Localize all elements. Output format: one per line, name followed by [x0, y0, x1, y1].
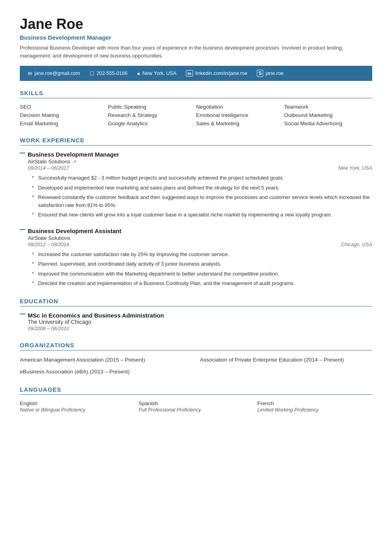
candidate-title: Business Development Manager: [20, 34, 372, 41]
bullet-item: Planned, supervised, and coordinated dai…: [32, 260, 372, 268]
work-experience-title: WORK EXPERIENCE: [20, 137, 372, 145]
language-item-2: Spanish Full Professional Proficiency: [139, 400, 254, 413]
languages-section-title: LANGUAGES: [20, 386, 372, 395]
contact-location: ● New York, USA: [137, 71, 176, 77]
skill-item: Public Speaking: [108, 104, 196, 110]
job-title-2: Business Development Assistant: [28, 228, 372, 234]
edu-school-1: The University of Chicago: [28, 319, 372, 325]
bullet-item: Reviewed constantly the customer feedbac…: [32, 193, 372, 209]
location-value: New York, USA: [143, 71, 176, 76]
language-item-3: French Limited Working Proficiency: [257, 400, 372, 413]
bullet-item: Developed and implemented new marketing …: [32, 184, 372, 192]
company-name-2: AirState Solutions: [28, 235, 70, 241]
linkedin-icon: in: [186, 70, 193, 77]
company-link-icon-1[interactable]: ↗: [73, 159, 76, 165]
language-level-3: Limited Working Proficiency: [257, 407, 372, 413]
date-location-1: 09/2014 – 06/2017 New York, USA: [28, 165, 372, 171]
languages-section: LANGUAGES English Native or Bilingual Pr…: [20, 386, 372, 413]
skype-icon: S: [257, 70, 263, 77]
language-level-1: Native or Bilingual Proficiency: [20, 407, 135, 413]
skill-item: Teamwork: [284, 104, 372, 110]
job-location-2: Chicago, USA: [341, 242, 372, 247]
work-experience-section: WORK EXPERIENCE Business Development Man…: [20, 137, 372, 287]
education-item-1: MSc in Economics and Business Administra…: [20, 312, 372, 331]
candidate-name: Jane Roe: [20, 16, 372, 33]
email-icon: ✉: [28, 71, 32, 77]
skill-item: Negotiation: [196, 104, 284, 110]
date-location-2: 08/2012 – 09/2014 Chicago, USA: [28, 242, 372, 247]
company-line-1: AirState Solutions ↗: [28, 159, 372, 165]
bullet-item: Ensured that new clients will grow into …: [32, 211, 372, 219]
job-dates-2: 08/2012 – 09/2014: [28, 242, 69, 247]
edu-degree-1: MSc in Economics and Business Administra…: [28, 312, 372, 319]
organizations-section-title: ORGANIZATIONS: [20, 342, 372, 350]
contact-skype: S jane.roe: [257, 70, 283, 77]
skills-grid: SEO Public Speaking Negotiation Teamwork…: [20, 104, 372, 126]
contact-bar: ✉ jane.roe@gmail.com ☐ 202-555-0166 ● Ne…: [20, 66, 372, 81]
skill-item: Sales & Marketing: [196, 121, 284, 126]
skill-item: Research & Strategy: [108, 112, 196, 118]
contact-phone: ☐ 202-555-0166: [90, 71, 128, 77]
language-name-3: French: [257, 400, 372, 406]
company-line-2: AirState Solutions: [28, 235, 372, 241]
languages-grid: English Native or Bilingual Proficiency …: [20, 400, 372, 413]
phone-value: 202-555-0166: [97, 71, 128, 76]
bullet-item: Increased the customer satisfaction rate…: [32, 251, 372, 258]
education-section-title: EDUCATION: [20, 298, 372, 306]
job-bullets-2: Increased the customer satisfaction rate…: [28, 251, 372, 287]
contact-email: ✉ jane.roe@gmail.com: [28, 71, 80, 77]
org-item-2: Association of Private Enterprise Educat…: [200, 356, 373, 364]
org-item-3: eBusiness Association (eBA) (2013 – Pres…: [20, 368, 192, 376]
skills-section-title: SKILLS: [20, 90, 372, 98]
company-name-1: AirState Solutions: [28, 159, 70, 165]
edu-dates-1: 09/2008 – 06/2010: [28, 326, 372, 331]
bullet-item: Improved the communication with the Mark…: [32, 270, 372, 278]
job-bullets-1: Successfully managed $2 - 3 million budg…: [28, 174, 372, 219]
skill-item: Email Marketing: [20, 121, 108, 126]
bullet-item: Directed the creation and implementation…: [32, 279, 372, 287]
organizations-section: ORGANIZATIONS American Management Associ…: [20, 342, 372, 376]
job-item-1: Business Development Manager AirState So…: [20, 151, 372, 219]
skills-section: SKILLS SEO Public Speaking Negotiation T…: [20, 90, 372, 126]
organizations-grid: American Management Association (2015 – …: [20, 356, 372, 376]
skill-item: SEO: [20, 104, 108, 110]
language-name-1: English: [20, 400, 135, 406]
phone-icon: ☐: [90, 71, 94, 77]
language-name-2: Spanish: [139, 400, 254, 406]
linkedin-value: linkedin.com/in/jane.roe: [195, 71, 247, 76]
location-icon: ●: [137, 71, 140, 77]
skill-item: Emotional Intelligence: [196, 112, 284, 118]
org-item-1: American Management Association (2015 – …: [20, 356, 192, 364]
contact-linkedin: in linkedin.com/in/jane.roe: [186, 70, 247, 77]
candidate-summary: Professional Business Developer with mor…: [20, 44, 372, 59]
skype-value: jane.roe: [266, 71, 283, 76]
education-section: EDUCATION MSc in Economics and Business …: [20, 298, 372, 331]
job-title-1: Business Development Manager: [28, 151, 372, 158]
language-item-1: English Native or Bilingual Proficiency: [20, 400, 135, 413]
job-dates-1: 09/2014 – 06/2017: [28, 165, 69, 171]
skill-item: Social Media Advertising: [284, 121, 372, 126]
job-location-1: New York, USA: [338, 165, 372, 171]
skill-item: Decision Making: [20, 112, 108, 118]
job-item-2: Business Development Assistant AirState …: [20, 228, 372, 287]
bullet-item: Successfully managed $2 - 3 million budg…: [32, 174, 372, 182]
skill-item: Google Analytics: [108, 121, 196, 126]
email-value: jane.roe@gmail.com: [34, 71, 80, 76]
skill-item: Outbound Marketing: [284, 112, 372, 118]
language-level-2: Full Professional Proficiency: [139, 407, 254, 413]
